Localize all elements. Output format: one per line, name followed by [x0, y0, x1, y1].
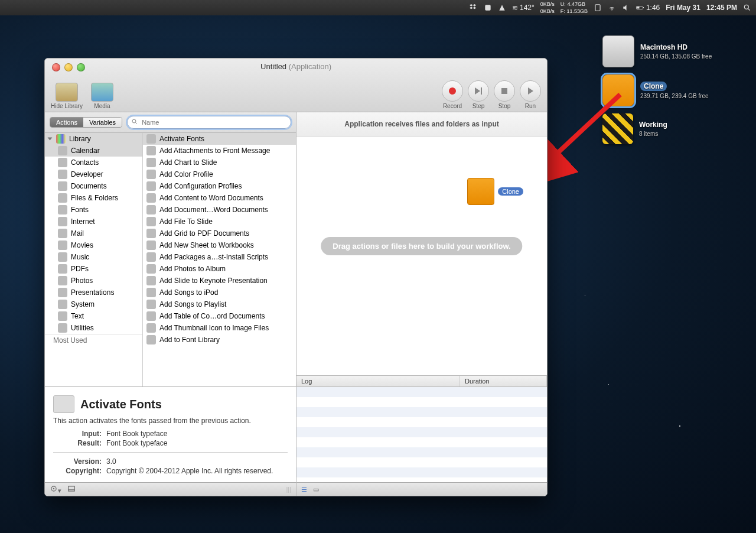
action-row[interactable]: Add New Sheet to Workbooks [143, 239, 296, 251]
panel-toggle-button[interactable] [67, 485, 76, 494]
category-row[interactable]: Utilities [45, 322, 142, 334]
gear-menu-button[interactable]: ▾ [50, 485, 61, 495]
battery-icon[interactable]: 1:46 [636, 4, 660, 12]
action-row[interactable]: Add Content to Word Documents [143, 192, 296, 204]
workflow-input-header[interactable]: Application receives files and folders a… [296, 112, 547, 136]
category-row[interactable]: PDFs [45, 263, 142, 275]
action-row[interactable]: Add Photos to Album [143, 263, 296, 275]
view-flow-button[interactable]: ▭ [313, 486, 319, 493]
category-row[interactable]: Presentations [45, 287, 142, 298]
bluetooth-icon[interactable] [594, 4, 602, 12]
dropped-item[interactable]: Clone [467, 178, 523, 205]
action-row[interactable]: Add Chart to Slide [143, 157, 296, 168]
search-field[interactable] [127, 116, 291, 129]
category-row[interactable]: Photos [45, 275, 142, 287]
step-icon [475, 87, 482, 95]
action-row[interactable]: Add Color Profile [143, 168, 296, 180]
menubar-clock[interactable]: 12:45 PM [706, 4, 737, 12]
category-row[interactable]: Documents [45, 180, 142, 192]
menubar-date[interactable]: Fri May 31 [666, 4, 700, 12]
log-table-body[interactable] [296, 387, 547, 482]
category-icon [58, 323, 67, 333]
media-button[interactable]: Media [91, 83, 113, 109]
category-row[interactable]: Internet [45, 216, 142, 228]
duration-col-header[interactable]: Duration [460, 376, 547, 386]
action-row[interactable]: Add Songs to Playlist [143, 298, 296, 310]
search-input[interactable] [127, 116, 291, 129]
action-icon [146, 288, 156, 297]
temperature-indicator[interactable]: ≋ 142° [512, 4, 535, 12]
run-button[interactable]: Run [520, 80, 541, 109]
stop-button[interactable]: Stop [494, 80, 515, 109]
action-row[interactable]: Add Songs to iPod [143, 287, 296, 298]
action-label: Add Table of Co…ord Documents [159, 312, 265, 320]
category-label: Music [71, 253, 89, 261]
action-label: Add File To Slide [159, 217, 213, 226]
category-row[interactable]: Movies [45, 239, 142, 251]
action-row[interactable]: Add Configuration Profiles [143, 180, 296, 192]
copyright-value: Copyright © 2004-2012 Apple Inc. All rig… [106, 467, 288, 475]
action-row[interactable]: Add Document…Word Documents [143, 204, 296, 216]
category-row[interactable]: Developer [45, 168, 142, 180]
tab-variables[interactable]: Variables [83, 118, 122, 127]
category-label: Text [71, 312, 84, 320]
action-row[interactable]: Add Packages a…st-Install Scripts [143, 251, 296, 263]
action-row[interactable]: Add Grid to PDF Documents [143, 228, 296, 239]
network-monitor[interactable]: 0KB/s 0KB/s [540, 2, 555, 14]
action-row[interactable]: Add Thumbnail Icon to Image Files [143, 322, 296, 334]
action-label: Add Thumbnail Icon to Image Files [159, 324, 269, 332]
category-row[interactable]: Mail [45, 228, 142, 239]
category-row[interactable]: Fonts [45, 204, 142, 216]
category-row[interactable]: System [45, 298, 142, 310]
memory-monitor[interactable]: U: 4.47GB F: 11.53GB [561, 2, 588, 14]
category-label: Presentations [71, 288, 114, 297]
category-row[interactable]: Calendar [45, 145, 142, 157]
step-button[interactable]: Step [468, 80, 489, 109]
category-row[interactable]: Music [45, 251, 142, 263]
category-icon [58, 217, 67, 226]
record-button[interactable]: Record [442, 80, 463, 109]
action-row[interactable]: Add to Font Library [143, 334, 296, 346]
library-pane: Actions Variables Library CalendarContac… [45, 112, 296, 496]
spotlight-icon[interactable] [743, 4, 751, 12]
action-row[interactable]: Add Attachments to Front Message [143, 145, 296, 157]
workflow-canvas[interactable]: Clone Drag actions or files here to buil… [296, 136, 547, 375]
library-header-row[interactable]: Library [45, 133, 142, 145]
wifi-icon[interactable] [608, 4, 616, 12]
desktop-item[interactable]: Clone239.71 GB, 239.4 GB free [602, 74, 732, 106]
log-col-header[interactable]: Log [296, 376, 460, 386]
svg-line-6 [748, 9, 750, 11]
script-icon[interactable] [498, 4, 506, 12]
hide-library-button[interactable]: Hide Library [51, 83, 83, 109]
view-list-button[interactable]: ☰ [301, 486, 307, 493]
category-row[interactable]: Files & Folders [45, 192, 142, 204]
dropbox-icon[interactable] [470, 4, 478, 12]
action-row[interactable]: Activate Fonts [143, 133, 296, 145]
action-row[interactable]: Add Slide to Keynote Presentation [143, 275, 296, 287]
action-label: Add Grid to PDF Documents [159, 229, 249, 238]
category-icon [58, 288, 67, 297]
drive-icon [602, 113, 633, 144]
firewire-drive-icon [467, 178, 494, 205]
desktop-item[interactable]: Working8 items [602, 113, 732, 144]
category-row[interactable]: Contacts [45, 157, 142, 168]
action-row[interactable]: Add Table of Co…ord Documents [143, 310, 296, 322]
category-row[interactable]: Text [45, 310, 142, 322]
action-list[interactable]: Activate FontsAdd Attachments to Front M… [143, 133, 296, 386]
category-list[interactable]: Library CalendarContactsDeveloperDocumen… [45, 133, 143, 386]
desktop-item[interactable]: Macintosh HD250.14 GB, 135.08 GB free [602, 35, 732, 67]
workflow-pane: Application receives files and folders a… [296, 112, 547, 496]
tab-actions[interactable]: Actions [50, 118, 83, 127]
category-icon [58, 146, 67, 155]
play-icon [528, 87, 533, 95]
window-titlebar[interactable]: Untitled (Application) Hide Library Medi… [45, 58, 547, 112]
category-icon [58, 264, 67, 274]
svg-point-5 [744, 5, 748, 9]
volume-icon[interactable] [622, 4, 630, 12]
svg-rect-4 [637, 7, 639, 9]
action-row[interactable]: Add File To Slide [143, 216, 296, 228]
workflow-status-bar: ☰ ▭ [296, 482, 547, 496]
most-used-row[interactable]: Most Used [45, 334, 142, 346]
menu-extra-icon[interactable] [484, 4, 492, 12]
disclosure-triangle-icon[interactable] [48, 138, 53, 141]
